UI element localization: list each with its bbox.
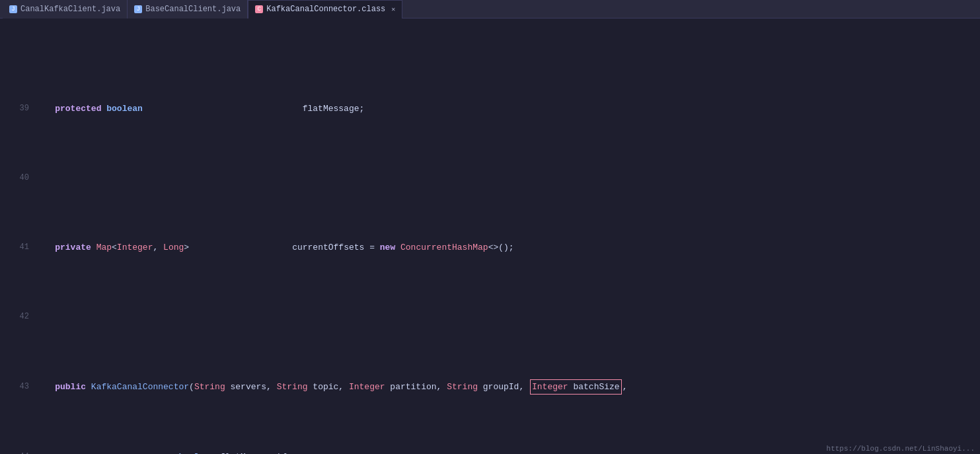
tab-close-button[interactable]: ✕ [391,5,395,13]
status-link: https://blog.csdn.net/LinShaoyi... [827,445,975,453]
tab-class-icon-3: C [255,5,263,13]
code-line-40: 40 [7,171,980,185]
code-content[interactable]: 39 protected boolean flatMessage; 40 41 … [0,19,980,454]
status-bar: https://blog.csdn.net/LinShaoyi... [821,443,980,454]
tab-java-icon-1: J [9,5,17,13]
tab-bar: J CanalKafkaClient.java J BaseCanalClien… [0,0,980,19]
tab-label-1: CanalKafkaClient.java [20,5,120,14]
code-line-41: 41 private Map<Integer, Long> currentOff… [7,241,980,254]
tab-kafka-canal-connector[interactable]: C KafkaCanalConnector.class ✕ [248,0,402,19]
tab-label-3: KafkaCanalConnector.class [266,5,385,14]
code-line-43: 43 public KafkaCanalConnector(String ser… [7,379,980,395]
tab-label-2: BaseCanalClient.java [145,5,241,14]
code-line-39: 39 protected boolean flatMessage; [7,102,980,116]
code-line-42: 42 [7,310,980,324]
tab-canal-kafka-client[interactable]: J CanalKafkaClient.java [3,0,128,19]
tab-base-canal-client[interactable]: J BaseCanalClient.java [128,0,248,19]
code-area: 39 protected boolean flatMessage; 40 41 … [0,19,980,454]
tab-java-icon-2: J [134,5,142,13]
